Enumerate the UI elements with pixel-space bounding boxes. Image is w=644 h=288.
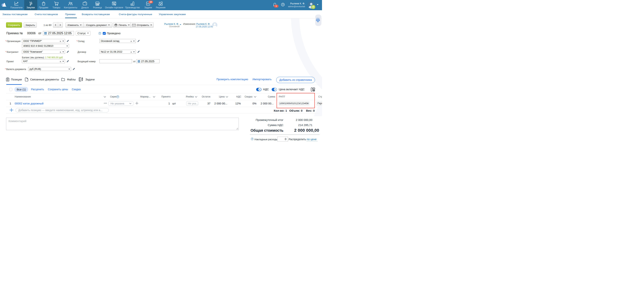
svg-text:?: ? (99, 32, 100, 34)
svg-text:?: ? (282, 3, 284, 6)
svg-text:?: ? (117, 96, 118, 98)
svg-text:?: ? (252, 138, 253, 140)
